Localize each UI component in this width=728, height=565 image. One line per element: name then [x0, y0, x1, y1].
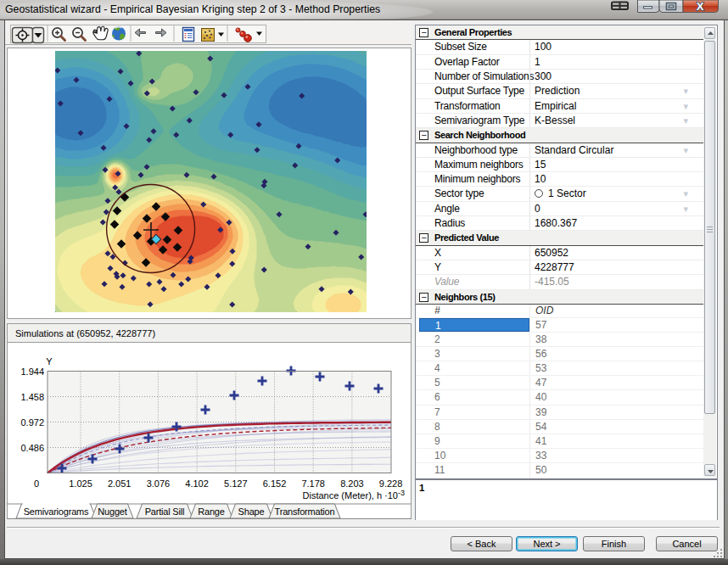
svg-text:8.203: 8.203: [340, 478, 364, 489]
svg-text:Range: Range: [198, 506, 224, 517]
svg-text:4.102: 4.102: [185, 478, 209, 489]
svg-text:Transformation: Transformation: [275, 506, 335, 517]
svg-text:6.152: 6.152: [263, 478, 287, 489]
svg-text:Semivariograms: Semivariograms: [24, 506, 89, 517]
svg-text:Partial Sill: Partial Sill: [145, 506, 185, 517]
svg-text:Nugget: Nugget: [98, 506, 126, 517]
svg-text:1.944: 1.944: [20, 366, 44, 377]
svg-text:5.127: 5.127: [224, 478, 248, 489]
svg-text:7.178: 7.178: [301, 478, 325, 489]
svg-text:Shape: Shape: [238, 506, 265, 517]
svg-text:1.458: 1.458: [20, 392, 44, 402]
svg-text:Simulations at (650952, 422877: Simulations at (650952, 4228777): [15, 328, 155, 338]
svg-text:0.972: 0.972: [20, 417, 44, 428]
svg-text:Distance (Meter), h ·10-3: Distance (Meter), h ·10-3: [303, 489, 406, 501]
svg-text:0.486: 0.486: [20, 443, 44, 453]
svg-text:2.051: 2.051: [108, 478, 132, 489]
svg-text:Geostatistical wizard - Empiri: Geostatistical wizard - Empirical Bayesi…: [5, 3, 380, 15]
svg-text:3.076: 3.076: [147, 478, 171, 489]
svg-text:X: X: [697, 0, 704, 13]
svg-text:1.025: 1.025: [69, 478, 92, 489]
svg-text:0: 0: [34, 478, 39, 489]
svg-text:Y: Y: [46, 356, 53, 366]
svg-text:9.228: 9.228: [379, 478, 403, 489]
